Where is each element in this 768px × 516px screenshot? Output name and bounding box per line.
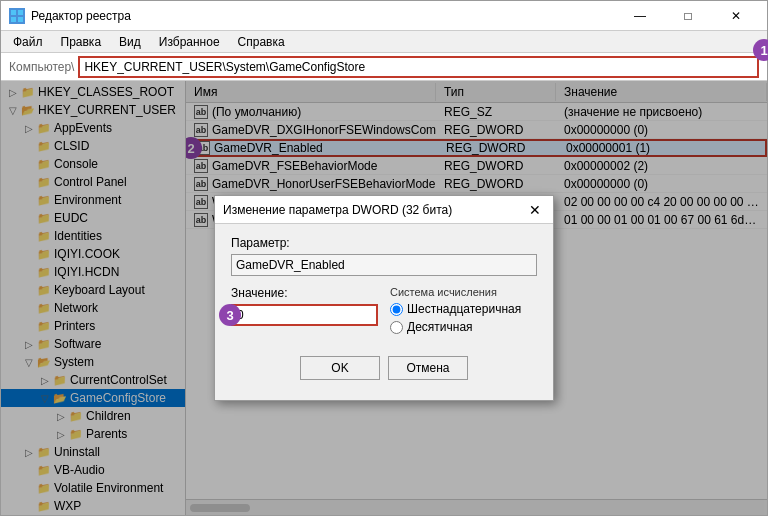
title-bar-left: Редактор реестра — [9, 8, 131, 24]
minimize-button[interactable]: — — [617, 1, 663, 31]
address-label: Компьютер\ — [9, 60, 74, 74]
radio-hex-input[interactable] — [390, 303, 403, 316]
menu-bar: Файл Правка Вид Избранное Справка — [1, 31, 767, 53]
annotation-1: 1 — [753, 39, 768, 61]
main-content: ▷ 📁 HKEY_CLASSES_ROOT ▽ 📂 HKEY_CURRENT_U… — [1, 81, 767, 515]
address-input[interactable] — [78, 56, 759, 78]
value-input[interactable] — [231, 304, 378, 326]
radio-column: Система исчисления Шестнадцатеричная Дес… — [390, 286, 537, 338]
radio-hex-label: Шестнадцатеричная — [407, 302, 521, 316]
value-column: Значение: 3 — [231, 286, 378, 338]
radio-group-label: Система исчисления — [390, 286, 537, 298]
modal-close-button[interactable]: ✕ — [525, 200, 545, 220]
menu-edit[interactable]: Правка — [53, 33, 110, 51]
radio-decimal-label: Десятичная — [407, 320, 473, 334]
dword-edit-dialog: Изменение параметра DWORD (32 бита) ✕ Па… — [214, 195, 554, 401]
ok-button[interactable]: OK — [300, 356, 380, 380]
svg-rect-2 — [11, 17, 16, 22]
svg-rect-0 — [11, 10, 16, 15]
annotation-3: 3 — [219, 304, 241, 326]
menu-help[interactable]: Справка — [230, 33, 293, 51]
app-icon — [9, 8, 25, 24]
address-bar: Компьютер\ 1 — [1, 53, 767, 81]
modal-body: Параметр: Значение: 3 Система исчисления — [215, 224, 553, 400]
param-label: Параметр: — [231, 236, 537, 250]
radio-hex[interactable]: Шестнадцатеричная — [390, 302, 537, 316]
radio-decimal[interactable]: Десятичная — [390, 320, 537, 334]
svg-rect-1 — [18, 10, 23, 15]
registry-editor-window: Редактор реестра — □ ✕ Файл Правка Вид И… — [0, 0, 768, 516]
param-input[interactable] — [231, 254, 537, 276]
title-bar: Редактор реестра — □ ✕ — [1, 1, 767, 31]
window-title: Редактор реестра — [31, 9, 131, 23]
menu-file[interactable]: Файл — [5, 33, 51, 51]
modal-buttons: OK Отмена — [231, 348, 537, 388]
title-controls: — □ ✕ — [617, 1, 759, 31]
modal-overlay: Изменение параметра DWORD (32 бита) ✕ Па… — [1, 81, 767, 515]
svg-rect-3 — [18, 17, 23, 22]
maximize-button[interactable]: □ — [665, 1, 711, 31]
value-label: Значение: — [231, 286, 378, 300]
radio-decimal-input[interactable] — [390, 321, 403, 334]
value-row: Значение: 3 Система исчисления Шестнадца… — [231, 286, 537, 338]
modal-title-bar: Изменение параметра DWORD (32 бита) ✕ — [215, 196, 553, 224]
menu-view[interactable]: Вид — [111, 33, 149, 51]
modal-title: Изменение параметра DWORD (32 бита) — [223, 203, 452, 217]
cancel-button[interactable]: Отмена — [388, 356, 468, 380]
close-button[interactable]: ✕ — [713, 1, 759, 31]
menu-favorites[interactable]: Избранное — [151, 33, 228, 51]
